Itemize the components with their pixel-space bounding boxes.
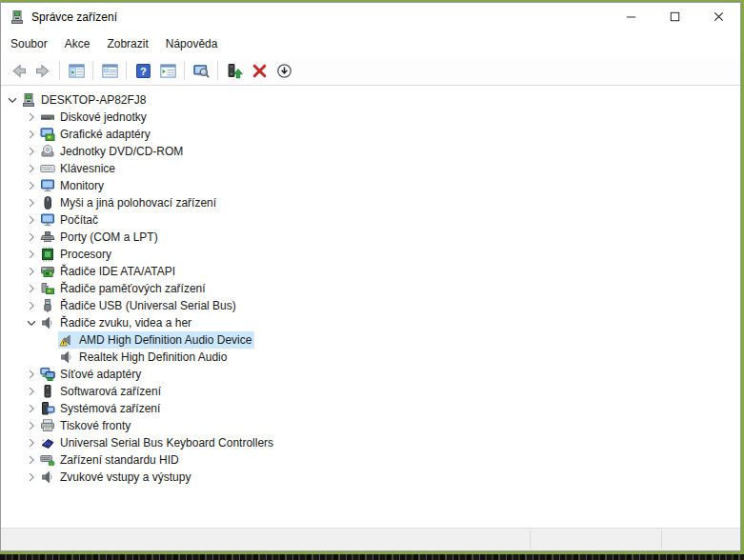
tree-item-sitove-adaptery[interactable]: Síťové adaptéry [1,366,740,383]
chevron-right-icon[interactable] [24,435,39,450]
tree-item-label: Zařízení standardu HID [57,453,179,467]
help-icon: ? [135,63,151,79]
chevron-right-icon[interactable] [24,212,39,228]
chevron-right-icon[interactable] [24,452,39,468]
help-button[interactable]: ? [131,60,154,82]
tree-item-content: Zařízení standardu HID [39,451,182,469]
scan-hardware-button[interactable] [190,60,212,82]
device-tree[interactable]: DESKTOP-AP82FJ8Diskové jednotkyGrafické … [1,86,740,528]
tree-item-label: Softwarová zařízení [57,385,161,398]
tree-item-softwarova-zarizeni[interactable]: Softwarová zařízení [1,383,740,400]
chevron-right-icon[interactable] [24,384,39,399]
console-tree-icon [69,63,85,79]
tree-item-label: Tiskové fronty [57,419,131,432]
tree-item-systemova-zarizeni[interactable]: Systémová zařízení [1,400,740,417]
tree-item-realtek-high-definition-audio[interactable]: Realtek High Definition Audio [1,349,740,366]
tree-item-label: Řadiče IDE ATA/ATAPI [57,265,175,278]
chevron-right-icon[interactable] [24,127,39,142]
chevron-right-icon[interactable] [24,401,39,416]
chevron-down-icon[interactable] [24,315,39,330]
tree-item-label: Realtek High Definition Audio [76,350,227,364]
back-button[interactable] [7,60,30,82]
menu-item-napoveda[interactable]: Nápověda [157,33,227,54]
audio-warning-icon [59,332,74,348]
tree-item-radice-usb-universal-serial-bus[interactable]: Řadiče USB (Universal Serial Bus) [1,297,740,314]
tree-item-mysi-a-jina-polohovaci-zarizeni[interactable]: Myši a jiná polohovací zařízení [1,194,740,211]
chevron-right-icon [25,196,38,210]
tree-item-radice-zvuku-videa-a-her[interactable]: Řadiče zvuku, videa a her [1,314,740,331]
tree-item-zarizeni-standardu-hid[interactable]: Zařízení standardu HID [1,451,740,469]
toolbar-separator [92,61,93,80]
monitor-icon [40,178,55,193]
uninstall-button[interactable] [248,60,271,82]
printer-icon [40,418,55,433]
tree-item-content: Universal Serial Bus Keyboard Controller… [39,434,276,451]
chevron-right-icon[interactable] [24,298,39,313]
tree-item-amd-high-definition-audio-device[interactable]: AMD High Definition Audio Device [1,331,740,349]
tree-item-tiskove-fronty[interactable]: Tiskové fronty [1,417,740,434]
title-bar[interactable]: Správce zařízení [1,3,740,31]
menu-item-zobrazit[interactable]: Zobrazit [98,33,156,54]
chevron-right-icon[interactable] [24,178,39,193]
desktop-artifact-strip [0,554,744,560]
tree-item-klavesnice[interactable]: Klávesnice [1,160,740,177]
audio-warning-icon [59,332,74,348]
tree-item-radice-ide-ata-atapi[interactable]: Řadiče IDE ATA/ATAPI [1,263,740,280]
tree-item-graficke-adaptery[interactable]: Grafické adaptéry [1,126,740,143]
toolbar-separator [126,61,127,80]
tree-item-desktop-ap82fj8[interactable]: DESKTOP-AP82FJ8 [1,91,740,109]
update-driver-button[interactable] [223,60,246,82]
chevron-right-icon[interactable] [24,470,39,485]
usb-controller-icon [40,298,55,313]
chevron-right-icon[interactable] [24,367,39,382]
chevron-right-icon[interactable] [24,161,39,176]
tree-item-diskove-jednotky[interactable]: Diskové jednotky [1,109,740,126]
chevron-down-icon[interactable] [5,92,20,108]
disable-device-button[interactable] [272,60,295,82]
tree-item-content: Procesory [39,246,114,263]
tree-item-content: Realtek High Definition Audio [58,349,230,366]
tree-item-jednotky-dvd-cd-rom[interactable]: Jednotky DVD/CD-ROM [1,143,740,160]
menu-bar: SouborAkceZobrazitNápověda [1,31,740,56]
menu-item-soubor[interactable]: Soubor [2,33,56,54]
maximize-icon [668,10,682,24]
tree-item-label: DESKTOP-AP82FJ8 [38,93,146,107]
software-device-icon [40,384,55,399]
tree-item-content: Porty (COM a LPT) [39,229,161,246]
list-view-button[interactable] [156,60,179,82]
tree-item-procesory[interactable]: Procesory [1,246,740,263]
tree-item-label: Síťové adaptéry [57,368,141,381]
properties-button[interactable] [98,60,121,82]
chevron-right-icon[interactable] [24,264,39,279]
chevron-right-icon[interactable] [24,247,39,262]
chevron-right-icon[interactable] [24,281,39,296]
tree-item-pocitac[interactable]: Počítač [1,211,740,229]
close-button[interactable] [696,3,740,30]
maximize-button[interactable] [653,3,696,30]
tree-item-radice-pametovych-zarizeni[interactable]: Řadiče paměťových zařízení [1,280,740,297]
mouse-icon [40,195,55,210]
tree-item-content: Síťové adaptéry [39,366,144,383]
chevron-right-icon[interactable] [24,110,39,125]
chevron-right-icon[interactable] [24,144,39,159]
chevron-right-icon [25,162,38,175]
toolbar-separator [217,61,218,80]
tree-item-monitory[interactable]: Monitory [1,177,740,194]
forward-button[interactable] [31,60,54,82]
chevron-right-icon[interactable] [24,418,39,433]
port-icon [40,230,55,245]
chevron-right-icon[interactable] [24,230,39,245]
processor-icon [40,247,55,262]
tree-item-zvukove-vstupy-a-vystupy[interactable]: Zvukové vstupy a výstupy [1,469,740,486]
svg-text:?: ? [140,65,147,76]
tree-item-porty-com-a-lpt[interactable]: Porty (COM a LPT) [1,229,740,246]
tree-item-content: Klávesnice [39,160,118,177]
menu-item-akce[interactable]: Akce [56,33,99,54]
tree-item-label: Řadiče USB (Universal Serial Bus) [57,299,236,312]
chevron-right-icon[interactable] [24,195,39,210]
chevron-right-icon [25,128,38,141]
printer-icon [40,418,55,433]
minimize-button[interactable] [609,3,653,30]
tree-item-universal-serial-bus-keyboard-controllers[interactable]: Universal Serial Bus Keyboard Controller… [1,434,740,451]
console-tree-button[interactable] [65,60,88,82]
